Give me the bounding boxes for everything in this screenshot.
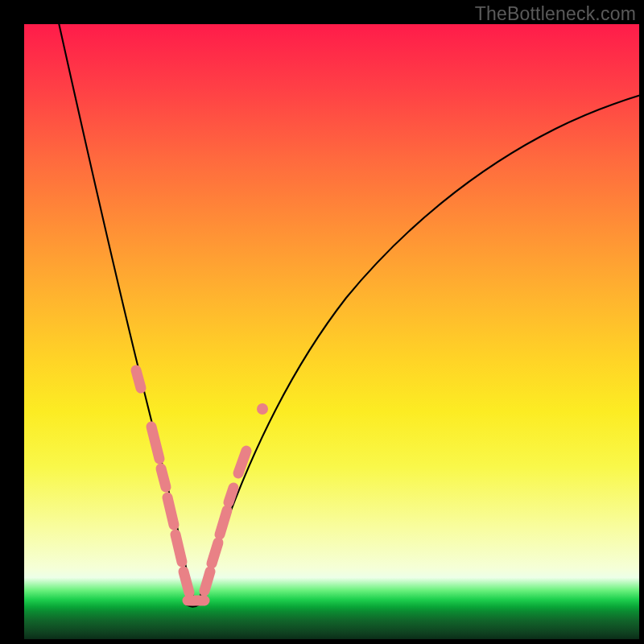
svg-point-0 [257, 403, 268, 415]
watermark-text: TheBottleneck.com [475, 3, 636, 25]
highlight-markers [136, 370, 268, 601]
bottleneck-curve-svg [24, 24, 639, 639]
bottleneck-curve [58, 19, 641, 605]
chart-frame: TheBottleneck.com [0, 0, 644, 644]
plot-area [24, 24, 639, 639]
